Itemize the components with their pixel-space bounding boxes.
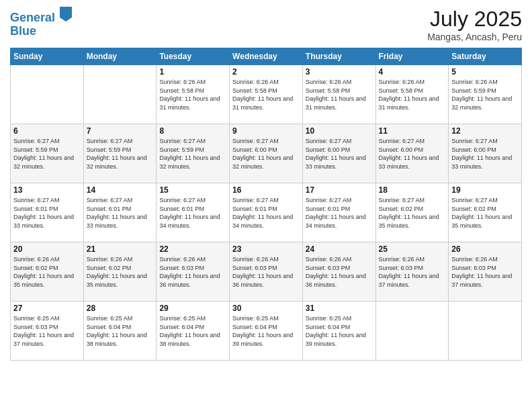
day-number: 29 xyxy=(159,304,226,313)
sunrise: Sunrise: 6:27 AM xyxy=(451,196,519,205)
daylight: Daylight: 11 hours and 36 minutes. xyxy=(159,272,226,289)
day-number: 19 xyxy=(451,185,519,195)
daylight: Daylight: 11 hours and 32 minutes. xyxy=(451,95,519,111)
day-number: 26 xyxy=(451,244,519,254)
day-number: 4 xyxy=(379,67,446,77)
logo: General Blue xyxy=(10,7,72,38)
day-number: 14 xyxy=(87,185,154,195)
day-info: Sunrise: 6:26 AM Sunset: 6:02 PM Dayligh… xyxy=(87,255,154,289)
day-number: 1 xyxy=(159,67,226,77)
sunset: Sunset: 6:03 PM xyxy=(379,264,446,273)
col-wednesday: Wednesday xyxy=(230,48,303,65)
day-info: Sunrise: 6:26 AM Sunset: 6:03 PM Dayligh… xyxy=(306,255,373,289)
day-info: Sunrise: 6:27 AM Sunset: 6:01 PM Dayligh… xyxy=(87,196,154,230)
day-cell: 23 Sunrise: 6:26 AM Sunset: 6:03 PM Dayl… xyxy=(230,242,303,302)
col-thursday: Thursday xyxy=(302,48,375,65)
day-number: 11 xyxy=(379,126,446,136)
sunset: Sunset: 5:59 PM xyxy=(87,146,154,154)
day-number: 8 xyxy=(159,126,226,136)
day-cell: 27 Sunrise: 6:25 AM Sunset: 6:03 PM Dayl… xyxy=(11,302,84,361)
daylight: Daylight: 11 hours and 33 minutes. xyxy=(13,213,81,230)
day-cell: 8 Sunrise: 6:27 AM Sunset: 5:59 PM Dayli… xyxy=(157,124,230,183)
day-number: 25 xyxy=(379,244,446,254)
sunset: Sunset: 5:58 PM xyxy=(306,87,373,95)
sunset: Sunset: 6:01 PM xyxy=(232,205,300,214)
day-cell: 10 Sunrise: 6:27 AM Sunset: 6:00 PM Dayl… xyxy=(302,124,375,183)
sunset: Sunset: 6:03 PM xyxy=(232,264,300,273)
daylight: Daylight: 11 hours and 35 minutes. xyxy=(379,213,446,230)
day-info: Sunrise: 6:25 AM Sunset: 6:04 PM Dayligh… xyxy=(159,314,226,348)
day-info: Sunrise: 6:27 AM Sunset: 6:00 PM Dayligh… xyxy=(379,137,446,171)
sunset: Sunset: 5:59 PM xyxy=(13,146,81,154)
day-info: Sunrise: 6:26 AM Sunset: 6:03 PM Dayligh… xyxy=(451,255,519,289)
day-cell: 2 Sunrise: 6:26 AM Sunset: 5:58 PM Dayli… xyxy=(230,65,303,124)
sunrise: Sunrise: 6:27 AM xyxy=(13,137,81,146)
day-info: Sunrise: 6:26 AM Sunset: 6:02 PM Dayligh… xyxy=(13,255,81,289)
sunrise: Sunrise: 6:26 AM xyxy=(451,255,519,264)
sunrise: Sunrise: 6:26 AM xyxy=(13,255,81,264)
daylight: Daylight: 11 hours and 33 minutes. xyxy=(379,154,446,171)
calendar-subtitle: Mangas, Ancash, Peru xyxy=(427,32,522,42)
day-cell: 14 Sunrise: 6:27 AM Sunset: 6:01 PM Dayl… xyxy=(83,183,157,242)
week-row-3: 13 Sunrise: 6:27 AM Sunset: 6:01 PM Dayl… xyxy=(11,183,522,242)
day-cell xyxy=(11,65,84,124)
sunrise: Sunrise: 6:25 AM xyxy=(306,314,373,323)
day-cell: 13 Sunrise: 6:27 AM Sunset: 6:01 PM Dayl… xyxy=(11,183,84,242)
day-number: 18 xyxy=(379,185,446,195)
sunrise: Sunrise: 6:26 AM xyxy=(159,78,226,87)
day-cell: 21 Sunrise: 6:26 AM Sunset: 6:02 PM Dayl… xyxy=(83,242,157,302)
sunrise: Sunrise: 6:25 AM xyxy=(13,314,81,323)
day-info: Sunrise: 6:25 AM Sunset: 6:04 PM Dayligh… xyxy=(87,314,154,348)
sunset: Sunset: 6:04 PM xyxy=(159,323,226,332)
sunrise: Sunrise: 6:26 AM xyxy=(232,255,300,264)
sunset: Sunset: 6:00 PM xyxy=(451,146,519,154)
daylight: Daylight: 11 hours and 36 minutes. xyxy=(306,272,373,289)
day-info: Sunrise: 6:26 AM Sunset: 6:03 PM Dayligh… xyxy=(232,255,300,289)
day-cell: 5 Sunrise: 6:26 AM Sunset: 5:59 PM Dayli… xyxy=(449,65,522,124)
sunrise: Sunrise: 6:26 AM xyxy=(159,255,226,264)
day-cell: 11 Sunrise: 6:27 AM Sunset: 6:00 PM Dayl… xyxy=(375,124,449,183)
sunset: Sunset: 6:02 PM xyxy=(87,264,154,273)
day-info: Sunrise: 6:26 AM Sunset: 6:03 PM Dayligh… xyxy=(159,255,226,289)
day-cell: 3 Sunrise: 6:26 AM Sunset: 5:58 PM Dayli… xyxy=(302,65,375,124)
day-cell: 15 Sunrise: 6:27 AM Sunset: 6:01 PM Dayl… xyxy=(157,183,230,242)
day-number: 30 xyxy=(232,304,300,313)
sunrise: Sunrise: 6:27 AM xyxy=(232,137,300,146)
daylight: Daylight: 11 hours and 37 minutes. xyxy=(379,272,446,289)
day-cell: 7 Sunrise: 6:27 AM Sunset: 5:59 PM Dayli… xyxy=(83,124,157,183)
day-number: 24 xyxy=(306,244,373,254)
sunrise: Sunrise: 6:27 AM xyxy=(87,137,154,146)
day-number: 21 xyxy=(87,244,154,254)
day-cell: 17 Sunrise: 6:27 AM Sunset: 6:01 PM Dayl… xyxy=(302,183,375,242)
day-number: 3 xyxy=(306,67,373,77)
daylight: Daylight: 11 hours and 33 minutes. xyxy=(451,154,519,171)
day-number: 15 xyxy=(159,185,226,195)
header-row: Sunday Monday Tuesday Wednesday Thursday… xyxy=(11,48,522,65)
day-info: Sunrise: 6:26 AM Sunset: 5:58 PM Dayligh… xyxy=(159,78,226,111)
sunset: Sunset: 6:03 PM xyxy=(159,264,226,273)
sunrise: Sunrise: 6:25 AM xyxy=(87,314,154,323)
day-info: Sunrise: 6:26 AM Sunset: 5:59 PM Dayligh… xyxy=(451,78,519,111)
day-info: Sunrise: 6:27 AM Sunset: 6:00 PM Dayligh… xyxy=(306,137,373,171)
col-tuesday: Tuesday xyxy=(157,48,230,65)
day-cell: 25 Sunrise: 6:26 AM Sunset: 6:03 PM Dayl… xyxy=(375,242,449,302)
day-number: 7 xyxy=(87,126,154,136)
header: General Blue July 2025 Mangas, Ancash, P… xyxy=(10,7,522,42)
day-cell: 26 Sunrise: 6:26 AM Sunset: 6:03 PM Dayl… xyxy=(449,242,522,302)
day-info: Sunrise: 6:26 AM Sunset: 5:58 PM Dayligh… xyxy=(379,78,446,111)
week-row-2: 6 Sunrise: 6:27 AM Sunset: 5:59 PM Dayli… xyxy=(11,124,522,183)
day-info: Sunrise: 6:27 AM Sunset: 6:02 PM Dayligh… xyxy=(451,196,519,230)
logo-icon xyxy=(60,7,72,21)
week-row-1: 1 Sunrise: 6:26 AM Sunset: 5:58 PM Dayli… xyxy=(11,65,522,124)
sunset: Sunset: 6:03 PM xyxy=(451,264,519,273)
day-cell: 31 Sunrise: 6:25 AM Sunset: 6:04 PM Dayl… xyxy=(302,302,375,361)
day-info: Sunrise: 6:27 AM Sunset: 6:01 PM Dayligh… xyxy=(13,196,81,230)
daylight: Daylight: 11 hours and 39 minutes. xyxy=(232,331,300,348)
day-number: 20 xyxy=(13,244,81,254)
daylight: Daylight: 11 hours and 31 minutes. xyxy=(306,95,373,111)
day-number: 5 xyxy=(451,67,519,77)
day-cell: 28 Sunrise: 6:25 AM Sunset: 6:04 PM Dayl… xyxy=(83,302,157,361)
daylight: Daylight: 11 hours and 35 minutes. xyxy=(13,272,81,289)
sunset: Sunset: 6:03 PM xyxy=(13,323,81,332)
sunset: Sunset: 6:00 PM xyxy=(306,146,373,154)
